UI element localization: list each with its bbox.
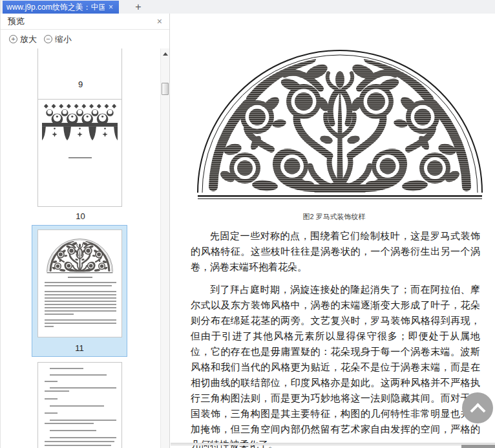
zoom-in-icon[interactable]: + (9, 35, 17, 43)
active-tab[interactable]: www.j9p.com纹饰之美：中国纹 × (3, 1, 119, 14)
new-tab-button[interactable]: + (132, 1, 144, 12)
border-ornament-thumbnail (42, 103, 118, 145)
tab-close-icon[interactable]: × (109, 3, 113, 11)
zoom-out-button[interactable]: 缩小 (55, 34, 72, 45)
sidebar-scrollbar[interactable] (160, 48, 169, 448)
browser-tab-bar: www.j9p.com纹饰之美：中国纹 × + (1, 0, 495, 14)
figure-caption: 图2 罗马式装饰纹样 (190, 212, 478, 222)
sidebar-close-icon[interactable]: × (157, 17, 162, 26)
scrollbar-up-button[interactable] (161, 48, 169, 59)
thumbnail-list: 9 (1, 48, 160, 448)
document-body-text: 先固定一些对称的点，围绕着它们绘制枝叶，这是罗马式装饰的风格特征。这些枝叶往往是… (191, 228, 480, 448)
paragraph-2: 到了拜占庭时期，涡旋连接处的隆起消失了；而在阿拉伯、摩尔式以及东方装饰风格中，涡… (191, 282, 480, 448)
thumbnail-page-12[interactable] (37, 362, 122, 448)
thumbnail-selected-highlight: 11 (32, 225, 127, 357)
tab-title: www.j9p.com纹饰之美：中国纹 (6, 2, 105, 13)
zoom-out-icon[interactable]: − (44, 35, 52, 43)
sidebar-title: 预览 (8, 16, 25, 27)
thumbnail-page-11[interactable] (37, 229, 122, 337)
thumbnail-number-10: 10 (1, 211, 160, 221)
chevron-up-icon (470, 403, 485, 418)
thumbnail-number-9: 9 (1, 80, 160, 89)
thumbnail-page-10[interactable] (37, 99, 122, 207)
preview-sidebar: 预览 × + 放大 − 缩小 9 (1, 14, 170, 448)
lunette-thumbnail (46, 233, 114, 274)
paragraph-1: 先固定一些对称的点，围绕着它们绘制枝叶，这是罗马式装饰的风格特征。这些枝叶往往是… (191, 228, 480, 275)
back-to-top-button[interactable] (462, 392, 493, 423)
thumbnail-number-11: 11 (32, 343, 127, 353)
sidebar-header: 预览 × (1, 14, 169, 30)
romanesque-ornament-figure (194, 27, 486, 202)
document-view: 图2 罗马式装饰纹样 先固定一些对称的点，围绕着它们绘制枝叶，这是罗马式装饰的风… (171, 14, 495, 448)
page-separator (171, 443, 495, 445)
triangle-up-icon (163, 52, 168, 56)
zoom-in-button[interactable]: 放大 (20, 34, 37, 45)
zoom-toolbar: + 放大 − 缩小 (1, 30, 169, 48)
horizontal-scrollbar-thumb[interactable] (461, 445, 495, 448)
scrollbar-thumb[interactable] (162, 83, 169, 95)
